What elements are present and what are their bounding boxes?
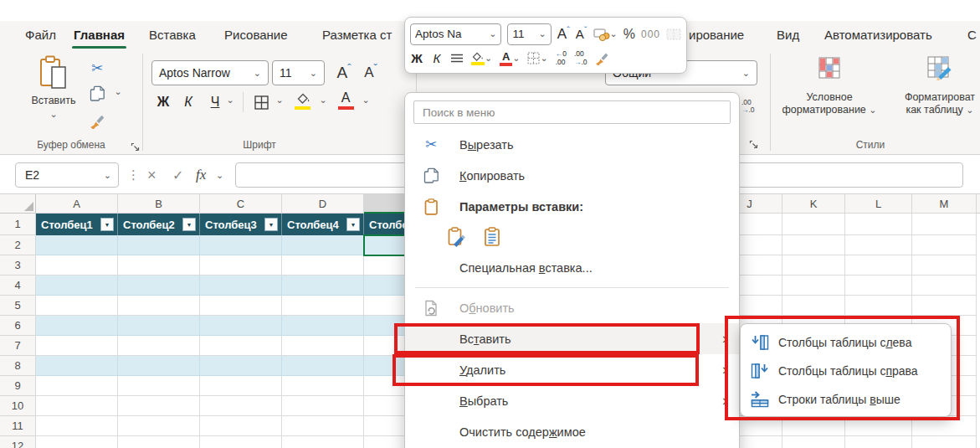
grid-cell[interactable] bbox=[845, 296, 912, 316]
increase-decimal-button[interactable]: .00→.0 bbox=[574, 50, 587, 66]
row-header-4[interactable]: 4 bbox=[0, 275, 36, 296]
grid-cell[interactable] bbox=[36, 316, 118, 336]
grid-cell[interactable] bbox=[912, 436, 977, 448]
grid-cell[interactable] bbox=[118, 255, 200, 275]
mini-font-name-combo[interactable]: Aptos Na⌄ bbox=[410, 23, 501, 45]
grid-cell[interactable] bbox=[912, 214, 977, 235]
grid-cell[interactable] bbox=[36, 436, 118, 448]
grid-cell[interactable] bbox=[200, 316, 282, 336]
column-header-K[interactable]: K bbox=[782, 194, 845, 214]
mini-decrease-font-button[interactable]: Aˇ bbox=[576, 27, 587, 41]
grid-cell[interactable] bbox=[845, 235, 912, 255]
grid-cell[interactable] bbox=[118, 316, 200, 336]
grid-cell[interactable] bbox=[200, 296, 282, 316]
table-header-Столбец3[interactable]: Столбец3▼ bbox=[200, 214, 282, 235]
grid-cell[interactable] bbox=[282, 255, 364, 275]
grid-cell[interactable] bbox=[36, 416, 118, 436]
grid-cell[interactable] bbox=[36, 235, 118, 255]
filter-dropdown-icon[interactable]: ▼ bbox=[264, 218, 278, 231]
mini-borders-button[interactable]: ⌄ bbox=[527, 52, 547, 64]
grid-cell[interactable] bbox=[118, 235, 200, 255]
submenu-item-table-rows-above[interactable]: Строки таблицы выше bbox=[741, 385, 951, 414]
grid-cell[interactable] bbox=[912, 296, 977, 316]
submenu-item-table-columns-left[interactable]: Столбцы таблицы слева bbox=[741, 328, 951, 357]
grid-cell[interactable] bbox=[912, 275, 977, 296]
comma-style-button[interactable]: 000 bbox=[641, 28, 660, 40]
menu-item-paste-options-label[interactable]: Параметры вставки: bbox=[405, 191, 739, 222]
grid-cell[interactable] bbox=[200, 336, 282, 356]
paste-keep-formatting-option-icon[interactable] bbox=[445, 226, 468, 249]
grid-cell[interactable] bbox=[782, 436, 845, 448]
select-all-button[interactable] bbox=[0, 194, 36, 214]
grid-cell[interactable] bbox=[36, 336, 118, 356]
menu-item-select[interactable]: Выбрать› bbox=[405, 385, 739, 416]
grid-cell[interactable] bbox=[118, 436, 200, 448]
column-header-A[interactable]: A bbox=[36, 194, 118, 214]
mini-fill-color-button[interactable]: ⌄ bbox=[471, 51, 492, 65]
grid-cell[interactable] bbox=[282, 336, 364, 356]
table-header-Столбец1[interactable]: Столбец1▼ bbox=[36, 214, 118, 235]
grid-cell[interactable] bbox=[118, 396, 200, 416]
row-header-6[interactable]: 6 bbox=[0, 316, 36, 336]
grid-cell[interactable] bbox=[118, 296, 200, 316]
grid-cell[interactable] bbox=[282, 396, 364, 416]
filter-dropdown-icon[interactable]: ▼ bbox=[346, 218, 360, 231]
grid-cell[interactable] bbox=[118, 356, 200, 376]
grid-cell[interactable] bbox=[782, 255, 845, 275]
decrease-decimal-button[interactable]: ←0.00 bbox=[556, 50, 567, 66]
grid-cell[interactable] bbox=[200, 396, 282, 416]
percent-style-button[interactable]: % bbox=[623, 27, 635, 42]
row-header-8[interactable]: 8 bbox=[0, 356, 36, 376]
grid-cell[interactable] bbox=[200, 376, 282, 396]
table-header-Столбец2[interactable]: Столбец2▼ bbox=[118, 214, 200, 235]
row-header-12[interactable]: 12 bbox=[0, 436, 36, 448]
grid-cell[interactable] bbox=[118, 376, 200, 396]
grid-cell[interactable] bbox=[36, 296, 118, 316]
grid-cell[interactable] bbox=[282, 436, 364, 448]
column-header-D[interactable]: D bbox=[282, 194, 364, 214]
row-header-2[interactable]: 2 bbox=[0, 235, 36, 255]
column-header-B[interactable]: B bbox=[118, 194, 200, 214]
grid-cell[interactable] bbox=[200, 275, 282, 296]
column-header-M[interactable]: M bbox=[912, 194, 977, 214]
grid-cell[interactable] bbox=[200, 436, 282, 448]
row-header-9[interactable]: 9 bbox=[0, 376, 36, 396]
grid-cell[interactable] bbox=[118, 275, 200, 296]
grid-cell[interactable] bbox=[782, 416, 845, 436]
accounting-format-icon[interactable]: ⌄ bbox=[593, 28, 618, 41]
paste-values-option-icon[interactable] bbox=[480, 226, 503, 249]
table-header-Столбец4[interactable]: Столбец4▼ bbox=[282, 214, 364, 235]
row-header-5[interactable]: 5 bbox=[0, 296, 36, 316]
grid-cell[interactable] bbox=[36, 255, 118, 275]
grid-cell[interactable] bbox=[782, 214, 845, 235]
grid-cell[interactable] bbox=[845, 416, 912, 436]
grid-cell[interactable] bbox=[36, 356, 118, 376]
grid-cell[interactable] bbox=[118, 416, 200, 436]
grid-cell[interactable] bbox=[282, 376, 364, 396]
grid-cell[interactable] bbox=[782, 275, 845, 296]
grid-cell[interactable] bbox=[845, 255, 912, 275]
menu-item-paste-special[interactable]: Специальная вставка... bbox=[405, 252, 739, 283]
grid-cell[interactable] bbox=[845, 436, 912, 448]
grid-cell[interactable] bbox=[200, 235, 282, 255]
grid-cell[interactable] bbox=[282, 356, 364, 376]
mini-increase-font-button[interactable]: Aˆ bbox=[557, 26, 570, 43]
grid-cell[interactable] bbox=[36, 376, 118, 396]
mini-bold-button[interactable]: Ж bbox=[410, 51, 423, 65]
grid-cell[interactable] bbox=[36, 396, 118, 416]
grid-cell[interactable] bbox=[845, 275, 912, 296]
menu-item-cut[interactable]: ✂Вырезать bbox=[405, 129, 739, 160]
grid-cell[interactable] bbox=[282, 275, 364, 296]
menu-item-insert[interactable]: Вставить› bbox=[405, 323, 739, 354]
column-header-C[interactable]: C bbox=[200, 194, 282, 214]
grid-cell[interactable] bbox=[282, 416, 364, 436]
row-header-1[interactable]: 1 bbox=[0, 214, 36, 235]
row-header-11[interactable]: 11 bbox=[0, 416, 36, 436]
row-header-10[interactable]: 10 bbox=[0, 396, 36, 416]
grid-cell[interactable] bbox=[912, 235, 977, 255]
column-header-L[interactable]: L bbox=[845, 194, 912, 214]
menu-item-delete[interactable]: Удалить› bbox=[405, 354, 739, 385]
grid-cell[interactable] bbox=[782, 296, 845, 316]
grid-cell[interactable] bbox=[200, 255, 282, 275]
mini-font-size-combo[interactable]: 11⌄ bbox=[507, 23, 551, 45]
